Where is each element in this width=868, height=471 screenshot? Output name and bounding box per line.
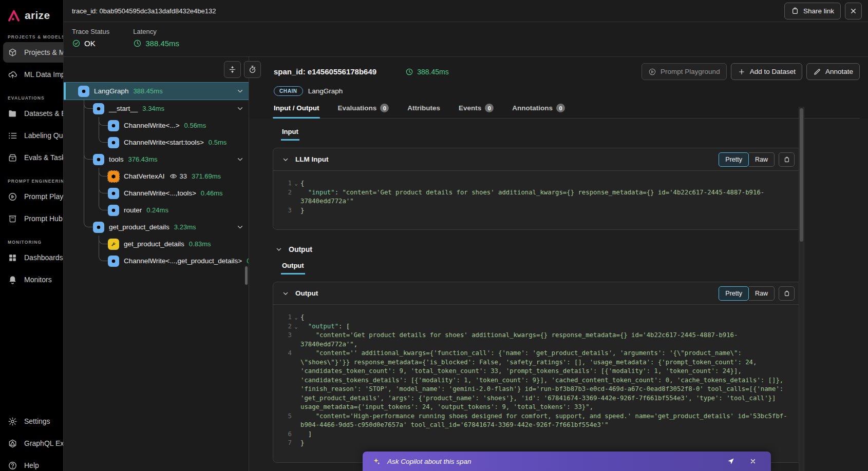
span-name: ChannelWrite<...,tools> [124,189,196,197]
span-tree-row-channelwrite-start-tools[interactable]: ChannelWrite<start:tools>0.5ms [64,134,249,151]
span-tree-row-channelwrite-tools[interactable]: ChannelWrite<...,tools>0.46ms [64,185,249,202]
trace-status: Trace Status OK [72,28,109,56]
raw-toggle-button[interactable]: Raw [749,286,775,301]
plus-icon [738,68,746,76]
sidebar-item-label: Settings [24,417,50,425]
chevron-down-icon[interactable] [275,245,283,253]
span-duration: 371.69ms [192,172,221,180]
sidebar-item-projects-mod[interactable]: Projects & Mod [3,42,63,63]
tree-scrollbar-thumb[interactable] [245,266,248,285]
span-name: tools [109,155,124,163]
span-duration: 0.24ms [146,206,168,214]
span-tree-row-channelwrite[interactable]: ChannelWrite<...>0.56ms [64,117,249,134]
add-to-dataset-button[interactable]: Add to Dataset [731,63,802,80]
chevron-down-icon[interactable] [236,104,244,113]
tab-evaluations[interactable]: Evaluations0 [337,104,389,118]
copy-button[interactable] [779,286,795,301]
span-tree-row-get-product-details[interactable]: get_product_details0.83ms [64,235,249,252]
close-trace-button[interactable] [845,3,862,19]
span-name: get_product_details [109,223,169,231]
archive-lock-icon [8,153,17,163]
span-name: ChannelWrite<start:tools> [124,139,204,146]
sidebar-item-evals-tasks[interactable]: Evals & Tasks [0,147,63,168]
tree-corner-line [99,168,108,176]
play-circle-icon [648,68,656,76]
span-tree-row-chatvertexai[interactable]: ChatVertexAI33371.69ms [64,168,249,185]
code-text: } [300,439,792,448]
trace-detail-overlay: trace_id: 0bab9504595dc3a13dafd8432e4be1… [63,0,868,471]
span-tree-row-router[interactable]: router0.24ms [64,202,249,219]
chevron-down-icon[interactable] [236,87,244,95]
pretty-toggle-button[interactable]: Pretty [719,286,749,301]
collapse-all-button[interactable] [224,61,241,78]
content-scrollbar[interactable] [799,107,804,471]
chevron-down-icon[interactable] [281,155,290,164]
chevron-down-icon[interactable] [236,223,244,231]
tab-attributes[interactable]: Attributes [407,104,440,118]
raw-toggle-button[interactable]: Raw [749,152,775,167]
span-tree-row-get-product-details[interactable]: get_product_details3.23ms [64,219,249,235]
close-icon[interactable] [749,458,757,465]
scrollbar-thumb[interactable] [800,108,803,242]
span-tabs: Input / OutputEvaluations0AttributesEven… [274,104,860,119]
annotate-button[interactable]: Annotate [806,63,860,80]
sidebar-item-graphql-explo[interactable]: GraphQL Explo [0,433,63,454]
code-text: "content='High-performance running shoes… [300,412,792,430]
fold-gutter [292,412,300,430]
chain-span-icon [93,222,104,233]
copilot-banner[interactable]: Ask Copilot about this span [363,452,771,471]
tree-guide-line [99,168,99,185]
output-subtab[interactable]: Output [281,260,305,274]
tree-corner-line [99,252,108,261]
tab-events[interactable]: Events0 [459,104,494,118]
sidebar-item-label: Projects & Mod [24,48,63,56]
tree-corner-line [84,219,93,227]
chevron-down-icon[interactable] [236,155,244,164]
fold-gutter [292,331,300,349]
sidebar-nav: PROJECTS & MODELSProjects & ModML Data I… [0,34,63,290]
code-line: 1⌄{ [278,179,792,188]
fold-caret-icon[interactable]: ⌄ [292,322,300,331]
sidebar-item-monitors[interactable]: Monitors [0,269,63,290]
input-subtab[interactable]: Input [281,126,299,141]
span-tree-row-channelwrite-get-product-details[interactable]: ChannelWrite<...,get_product_details>0.2… [64,252,249,269]
chain-span-icon [108,188,119,199]
prompt-playground-button[interactable]: Prompt Playground [641,63,727,80]
tree-guide-line [99,185,99,202]
tab-annotations[interactable]: Annotations0 [512,104,565,118]
sidebar-item-prompt-hub[interactable]: Prompt Hub [0,208,63,229]
chevron-down-icon[interactable] [281,289,290,298]
pretty-toggle-button[interactable]: Pretty [719,152,749,167]
sidebar-item-prompt-playgr[interactable]: Prompt Playgr [0,186,63,207]
sidebar-item-dashboards[interactable]: Dashboards [0,247,63,268]
share-link-button[interactable]: Share link [784,3,841,19]
token-count-value: 33 [180,172,187,180]
copy-button[interactable] [779,152,795,167]
span-tree-row-tools[interactable]: tools376.43ms [64,151,249,168]
span-duration: 376.43ms [128,155,158,163]
span-tree-row-langgraph[interactable]: LangGraph388.45ms [64,82,249,100]
sidebar-item-datasets-exp[interactable]: Datasets & Exp [0,103,63,124]
duration-toggle-button[interactable] [244,61,261,78]
span-tree-row-start[interactable]: __start__3.34ms [64,100,249,117]
tree-guide-line [99,117,99,134]
send-icon[interactable] [727,457,735,465]
fold-caret-icon[interactable]: ⌄ [292,179,300,188]
chain-span-icon [93,103,104,114]
sidebar-item-labeling-queu[interactable]: Labeling Queu [0,125,63,146]
sidebar-item-ml-data-impor[interactable]: ML Data Impor [0,64,63,85]
trace-id-label: trace_id: 0bab9504595dc3a13dafd8432e4be1… [72,7,216,15]
sidebar-item-label: ML Data Impor [24,70,63,78]
tree-guide-line [99,235,99,252]
code-line: 7} [278,439,792,448]
cloud-upload-icon [8,70,17,80]
fold-caret-icon[interactable]: ⌄ [292,313,300,322]
code-text: "content='' additional_kwargs={'function… [300,349,792,412]
sidebar-item-settings[interactable]: Settings [0,411,63,431]
tab-input-output[interactable]: Input / Output [274,104,319,118]
bell-icon [8,275,17,285]
tab-count-badge: 0 [485,104,494,112]
sidebar-item-label: Prompt Playgr [24,192,63,201]
sidebar-item-help[interactable]: Help [0,455,63,471]
sparkle-icon [372,457,381,466]
